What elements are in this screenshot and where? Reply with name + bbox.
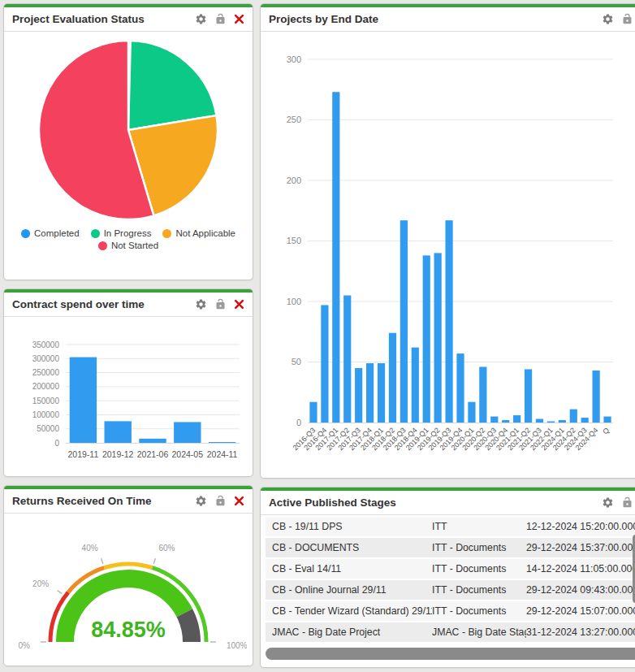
gauge-tick-label: 60% (158, 544, 175, 553)
bar-2019-Q2[interactable] (434, 253, 442, 423)
bar-2017-Q4[interactable] (366, 363, 374, 423)
bar-2024-Q2[interactable] (570, 410, 577, 423)
pie-slice-in-progress[interactable] (128, 41, 217, 130)
bar-2018-Q3[interactable] (400, 220, 408, 423)
bar-2021-Q2[interactable] (525, 369, 532, 423)
settings-gear-icon[interactable] (602, 13, 614, 25)
bar-2024-Q3[interactable] (581, 418, 589, 423)
table-row[interactable]: CB - Tender Wizard (Standard) 29/11ITT -… (266, 601, 635, 622)
gauge-tick-label: 40% (82, 544, 98, 553)
bar-2024-05[interactable] (174, 422, 201, 443)
bar-2017-Q3[interactable] (355, 368, 362, 423)
bar-2024-Q4[interactable] (593, 371, 600, 423)
bar-2020-Q3[interactable] (490, 417, 498, 423)
bar-2017-Q2[interactable] (343, 296, 351, 423)
unlock-icon[interactable] (621, 496, 633, 509)
close-icon[interactable] (234, 299, 244, 310)
stage-date-cell: 29-12-2024 15:37:00.000 (526, 542, 635, 553)
bar-2019-12[interactable] (105, 421, 132, 443)
stage-project-cell: JMAC - Big Date Project (272, 626, 432, 638)
bar-2016-Q4[interactable] (321, 305, 328, 423)
unlock-icon[interactable] (621, 13, 633, 25)
y-axis-tick-label: 50000 (37, 424, 59, 433)
gauge-tick-label: 20% (32, 579, 49, 588)
bar-2018-Q4[interactable] (412, 348, 419, 423)
bar-Q[interactable] (603, 417, 611, 423)
y-axis-tick-label: 300000 (32, 354, 60, 363)
table-row[interactable]: CB - 19/11 DPSITT12-12-2024 15:20:00.000 (266, 517, 635, 538)
close-icon[interactable] (234, 496, 244, 506)
gauge-chart-svg: 0%20%40%60%100%84.85% (10, 520, 247, 660)
stage-table-area: CB - 19/11 DPSITT12-12-2024 15:20:00.000… (261, 515, 635, 667)
bar-2022-Q1[interactable] (547, 422, 555, 423)
table-row[interactable]: CB - Eval 14/11ITT - Documents14-12-2024… (266, 559, 635, 580)
y-axis-tick-label: 250000 (32, 368, 60, 377)
y-axis-tick-label: 300 (287, 54, 301, 64)
settings-gear-icon[interactable] (602, 496, 614, 509)
stage-project-cell: CB - Tender Wizard (Standard) 29/11 (272, 605, 432, 617)
y-axis-tick-label: 0 (54, 439, 59, 448)
y-axis-tick-label: 100000 (32, 410, 60, 419)
bar-2021-Q3[interactable] (536, 419, 543, 423)
pie-chart-svg (36, 37, 221, 223)
horizontal-scrollbar[interactable] (266, 648, 635, 660)
bar-2020-Q2[interactable] (479, 366, 486, 423)
legend-label: In Progress (104, 228, 152, 238)
panel-contract-spend-over-time: Contract spend over time 050000100000150… (3, 288, 253, 477)
stage-project-cell: CB - Eval 14/11 (272, 563, 432, 574)
bar-2021-Q1[interactable] (513, 415, 521, 423)
settings-gear-icon[interactable] (195, 13, 207, 25)
bar-2016-Q3[interactable] (309, 402, 317, 423)
legend-item-in-progress[interactable]: In Progress (91, 228, 152, 238)
panel-header: Project Evaluation Status (4, 7, 253, 32)
bar-2020-Q4[interactable] (502, 420, 509, 423)
panel-header: Returns Received On Time (4, 489, 253, 514)
left-column: Project Evaluation Status CompletedIn Pr… (3, 3, 253, 669)
table-row[interactable]: JMAC - Big Date ProjectJMAC - Big Date S… (266, 622, 635, 644)
legend-item-completed[interactable]: Completed (21, 228, 80, 238)
projects-chart-area: 0501001502002503002016-Q32016-Q42017-Q12… (261, 32, 635, 478)
panel-header: Projects by End Date (261, 7, 635, 32)
table-row[interactable]: CB - DOCUMENTSITT - Documents29-12-2024 … (266, 538, 635, 559)
legend-item-not-started[interactable]: Not Started (98, 241, 158, 250)
table-row[interactable]: CB - Online Journal 29/11ITT - Documents… (266, 580, 635, 601)
bar-2019-Q3[interactable] (445, 220, 452, 423)
gauge-tick-label: 0% (19, 641, 31, 650)
bar-2019-Q1[interactable] (423, 255, 430, 423)
panel-title: Active Published Stages (269, 496, 396, 509)
unlock-icon[interactable] (214, 13, 227, 25)
bar-2018-Q2[interactable] (389, 333, 396, 423)
gauge-tick (58, 591, 63, 594)
bar-2019-Q4[interactable] (456, 353, 464, 423)
panel-active-published-stages: Active Published Stages CB - 19/11 DPSIT… (260, 487, 635, 668)
legend-label: Completed (34, 228, 80, 238)
legend-item-not-applicable[interactable]: Not Applicable (162, 228, 235, 238)
bar-2017-Q1[interactable] (332, 92, 339, 423)
stage-name-cell: ITT - Documents (432, 584, 526, 596)
unlock-icon[interactable] (214, 495, 227, 507)
bar-2024-11[interactable] (209, 442, 235, 443)
bar-2020-Q1[interactable] (468, 402, 475, 423)
stage-date-cell: 31-12-2024 13:27:00.000 (526, 626, 635, 638)
legend-dot (21, 229, 30, 238)
close-icon[interactable] (234, 14, 244, 24)
panel-projects-by-end-date: Projects by End Date 0501001502002503002… (260, 3, 635, 479)
stage-table: CB - 19/11 DPSITT12-12-2024 15:20:00.000… (261, 517, 635, 644)
stage-name-cell: ITT - Documents (432, 542, 526, 553)
settings-gear-icon[interactable] (195, 298, 207, 310)
unlock-icon[interactable] (214, 298, 227, 310)
bar-2019-11[interactable] (70, 358, 97, 443)
right-column: Projects by End Date 0501001502002503002… (260, 3, 635, 669)
bar-2021-06[interactable] (139, 439, 166, 443)
y-axis-tick-label: 200 (287, 176, 301, 185)
y-axis-tick-label: 150 (287, 236, 301, 245)
panel-returns-received-on-time: Returns Received On Time 0%20%40%60%100%… (3, 485, 253, 666)
spend-chart-area: 0500001000001500002000002500003000003500… (4, 317, 253, 476)
panel-header: Active Published Stages (261, 491, 635, 515)
settings-gear-icon[interactable] (195, 495, 207, 507)
y-axis-tick-label: 250 (287, 115, 301, 124)
bar-2024-Q1[interactable] (559, 420, 566, 423)
bar-2018-Q1[interactable] (378, 363, 385, 423)
gauge-tick-label: 100% (227, 641, 247, 650)
y-axis-tick-label: 150000 (32, 397, 60, 405)
